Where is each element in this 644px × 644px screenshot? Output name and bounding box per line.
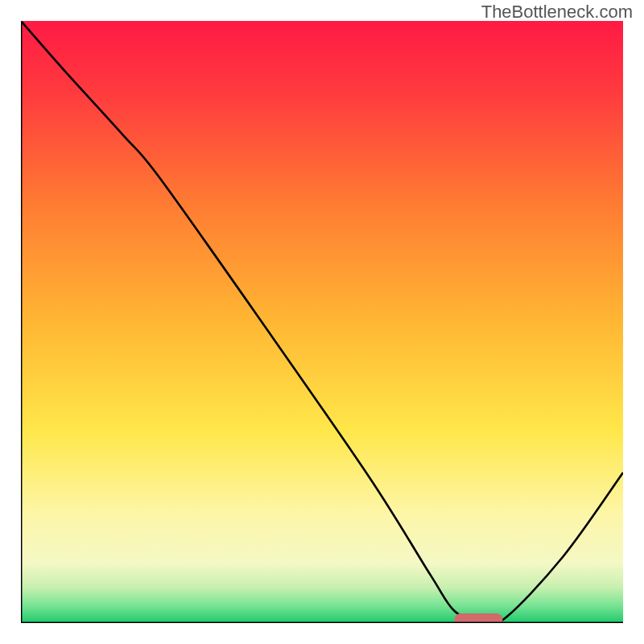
chart-background-gradient	[21, 21, 623, 623]
bottleneck-chart	[21, 21, 623, 623]
watermark-text: TheBottleneck.com	[481, 2, 633, 23]
chart-plot-area	[21, 21, 623, 623]
optimal-range-marker	[455, 613, 503, 623]
